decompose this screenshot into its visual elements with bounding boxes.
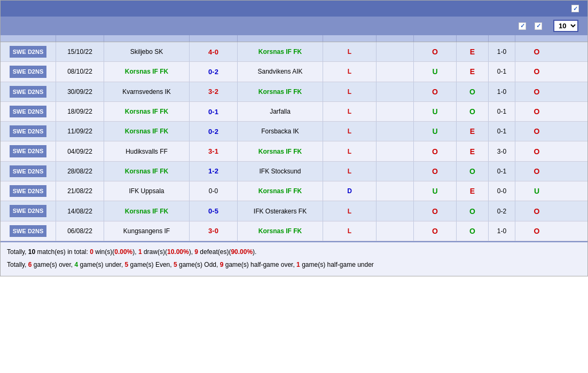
team2-name: Korsnas IF FK (238, 221, 323, 241)
match-result: 0-5 (190, 201, 238, 220)
over-under-075: O (515, 42, 558, 61)
team2-name: IFK Osterakers FK (238, 201, 323, 220)
over-under-075: U (515, 181, 558, 201)
match-odds (377, 82, 414, 101)
ht-score: 1-0 (489, 221, 515, 241)
table-row: SWE D2NS06/08/22Kungsangens IF3-0Korsnas… (1, 221, 587, 241)
match-odds (377, 162, 414, 181)
table-row: SWE D2NS30/09/22Kvarnsvedens IK3-2Korsna… (1, 82, 587, 102)
match-badge: SWE D2NS (1, 122, 56, 141)
team2-name: Sandvikens AIK (238, 62, 323, 81)
match-badge: SWE D2NS (1, 181, 56, 201)
col-odds (377, 35, 414, 42)
odd-even: O (457, 162, 489, 181)
table-row: SWE D2NS18/09/22Korsnas IF FK0-1Jarfalla… (1, 102, 587, 122)
ht-score: 0-1 (489, 162, 515, 181)
odd-even: O (457, 82, 489, 101)
match-date: 18/09/22 (56, 102, 104, 121)
table-row: SWE D2NS15/10/22Skiljebo SK4-0Korsnas IF… (1, 42, 587, 62)
display-notes-checkbox[interactable] (571, 5, 581, 12)
match-odds (377, 221, 414, 241)
over-under-25: O (414, 42, 457, 61)
over-under-075: O (515, 82, 558, 101)
match-outcome: L (323, 141, 377, 161)
match-result: 3-0 (190, 221, 238, 241)
match-outcome: L (323, 201, 377, 220)
team2-name: Korsnas IF FK (238, 82, 323, 101)
over-under-25: O (414, 82, 457, 101)
match-outcome: L (323, 221, 377, 241)
match-result: 0-2 (190, 122, 238, 141)
ht-score: 0-1 (489, 62, 515, 81)
team1-name: Kungsangens IF (104, 221, 190, 241)
match-badge: SWE D2NS (1, 42, 56, 61)
match-outcome: L (323, 82, 377, 101)
over-under-25: O (414, 162, 457, 181)
odd-even: O (457, 102, 489, 121)
over-under-25: O (414, 221, 457, 241)
team2-name: Korsnas IF FK (238, 42, 323, 61)
over-under-075: O (515, 62, 558, 81)
swe-d2ns-checkbox[interactable] (535, 22, 542, 30)
table-row: SWE D2NS28/08/22Korsnas IF FK1-2IFK Stoc… (1, 162, 587, 181)
footer-line2: Totally, 6 game(s) over, 4 game(s) under… (7, 259, 581, 271)
match-odds (377, 102, 414, 121)
col-over-under-25 (414, 35, 457, 42)
over-under-075: O (515, 102, 558, 121)
match-result: 3-2 (190, 82, 238, 101)
match-badge: SWE D2NS (1, 141, 56, 161)
match-badge: SWE D2NS (1, 82, 56, 101)
ht-score: 1-0 (489, 82, 515, 101)
footer-line1: Totally, 10 match(es) in total: 0 win(s)… (7, 247, 581, 258)
team1-name: Korsnas IF FK (104, 102, 190, 121)
footer: Totally, 10 match(es) in total: 0 win(s)… (1, 241, 587, 276)
over-under-25: U (414, 181, 457, 201)
odd-even: O (457, 201, 489, 220)
table-row: SWE D2NS21/08/22IFK Uppsala0-0Korsnas IF… (1, 181, 587, 201)
match-badge: SWE D2NS (1, 102, 56, 121)
last-games-filter: 10 5 15 20 (551, 20, 581, 32)
table-row: SWE D2NS11/09/22Korsnas IF FK0-2Forsback… (1, 122, 587, 141)
match-odds (377, 62, 414, 81)
match-outcome: L (323, 102, 377, 121)
match-odds (377, 141, 414, 161)
match-result: 0-0 (190, 181, 238, 201)
main-container: 10 5 15 20 SWE D2NS15/10/22Skiljebo SK4-… (0, 0, 588, 276)
swe-d2ns-filter (535, 22, 544, 30)
match-date: 11/09/22 (56, 122, 104, 141)
team1-name: Skiljebo SK (104, 42, 190, 61)
match-date: 14/08/22 (56, 201, 104, 220)
over-under-25: O (414, 201, 457, 220)
team2-name: Jarfalla (238, 102, 323, 121)
match-date: 21/08/22 (56, 181, 104, 201)
over-under-25: U (414, 102, 457, 121)
header (1, 1, 587, 17)
col-result (190, 35, 238, 42)
odd-even: E (457, 141, 489, 161)
match-odds (377, 181, 414, 201)
header-controls (571, 5, 581, 12)
column-headers (1, 35, 587, 42)
col-date (56, 35, 104, 42)
swe-cup-checkbox[interactable] (519, 22, 526, 30)
ht-score: 0-1 (489, 102, 515, 121)
team1-name: Hudiksvalls FF (104, 141, 190, 161)
team1-name: Korsnas IF FK (104, 62, 190, 81)
over-under-25: U (414, 62, 457, 81)
col-team1 (104, 35, 190, 42)
last-games-select[interactable]: 10 5 15 20 (553, 20, 578, 32)
team2-name: Forsbacka IK (238, 122, 323, 141)
team2-name: IFK Stocksund (238, 162, 323, 181)
col-odd-even (457, 35, 489, 42)
match-odds (377, 42, 414, 61)
ht-score: 0-0 (489, 181, 515, 201)
table-row: SWE D2NS14/08/22Korsnas IF FK0-5IFK Oste… (1, 201, 587, 221)
over-under-25: U (414, 122, 457, 141)
team1-name: Korsnas IF FK (104, 162, 190, 181)
match-date: 28/08/22 (56, 162, 104, 181)
match-date: 04/09/22 (56, 141, 104, 161)
odd-even: E (457, 42, 489, 61)
ht-score: 0-2 (489, 201, 515, 220)
team1-name: Kvarnsvedens IK (104, 82, 190, 101)
team2-name: Korsnas IF FK (238, 141, 323, 161)
